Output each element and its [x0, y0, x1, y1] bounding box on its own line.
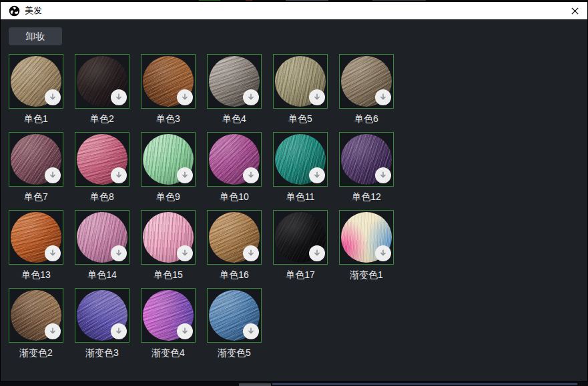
download-icon[interactable]: [45, 245, 61, 261]
download-icon[interactable]: [45, 323, 61, 339]
download-icon[interactable]: [309, 245, 325, 261]
hair-swatch-box[interactable]: [273, 210, 328, 265]
hair-swatch-cell[interactable]: 单色10: [207, 132, 262, 203]
hair-swatch-box[interactable]: [141, 210, 196, 265]
hair-swatch-cell[interactable]: 单色9: [141, 132, 196, 203]
hair-swatch-box[interactable]: [273, 132, 328, 187]
hair-swatch-label: 渐变色2: [9, 347, 63, 359]
hair-swatch-box[interactable]: [75, 210, 129, 265]
download-icon[interactable]: [243, 89, 259, 105]
hair-swatch-box[interactable]: [141, 288, 196, 343]
hair-swatch-box[interactable]: [339, 132, 394, 187]
download-icon[interactable]: [111, 245, 127, 261]
download-icon[interactable]: [243, 167, 259, 183]
hair-swatch-box[interactable]: [141, 132, 196, 187]
hair-swatch-cell[interactable]: 单色15: [141, 210, 196, 281]
download-icon[interactable]: [243, 245, 259, 261]
download-icon[interactable]: [45, 167, 61, 183]
hair-swatch-cell[interactable]: 单色8: [75, 132, 129, 203]
hair-swatch-cell[interactable]: 单色6: [339, 54, 394, 125]
hair-swatch-box[interactable]: [9, 54, 63, 109]
hair-swatch-label: 单色12: [339, 191, 394, 203]
hair-swatch-label: 单色9: [141, 191, 196, 203]
hair-swatch-label: 单色4: [207, 113, 262, 125]
hair-swatch-cell[interactable]: 单色3: [141, 54, 196, 125]
download-icon[interactable]: [111, 167, 127, 183]
hair-swatch-cell[interactable]: 渐变色4: [141, 288, 196, 359]
hair-swatch-box[interactable]: [339, 210, 394, 265]
hair-swatch-cell[interactable]: 单色17: [273, 210, 328, 281]
hair-swatch-label: 单色1: [9, 113, 63, 125]
download-icon[interactable]: [177, 323, 193, 339]
hair-swatch-label: 渐变色3: [75, 347, 129, 359]
background-app-bottom-edge: [0, 382, 588, 386]
download-icon[interactable]: [177, 89, 193, 105]
hair-swatch-label: 单色8: [75, 191, 129, 203]
obs-logo-icon: [9, 5, 20, 17]
hair-swatch-label: 渐变色1: [339, 269, 394, 281]
download-icon[interactable]: [177, 167, 193, 183]
background-app-thumb: [239, 383, 271, 386]
hair-swatch-cell[interactable]: 渐变色1: [339, 210, 394, 281]
hair-swatch-cell[interactable]: 渐变色5: [207, 288, 262, 359]
swatch-grid: 单色1 单色2 单色3: [9, 54, 579, 359]
hair-swatch-box[interactable]: [9, 210, 63, 265]
background-app-slider-line: [272, 383, 577, 385]
hair-swatch-cell[interactable]: 单色4: [207, 54, 262, 125]
hair-swatch-box[interactable]: [9, 132, 63, 187]
hair-swatch-label: 单色14: [75, 269, 129, 281]
hair-swatch-label: 单色15: [141, 269, 196, 281]
hair-swatch-cell[interactable]: 单色14: [75, 210, 129, 281]
hair-swatch-box[interactable]: [339, 54, 394, 109]
download-icon[interactable]: [243, 323, 259, 339]
hair-swatch-label: 单色5: [273, 113, 328, 125]
hair-swatch-box[interactable]: [207, 288, 262, 343]
download-icon[interactable]: [45, 89, 61, 105]
hair-swatch-label: 单色16: [207, 269, 262, 281]
hair-swatch-box[interactable]: [9, 288, 63, 343]
hair-swatch-label: 单色7: [9, 191, 63, 203]
download-icon[interactable]: [177, 245, 193, 261]
dialog-body: 卸妆 单色1 单色2: [1, 19, 587, 381]
hair-swatch-label: 单色13: [9, 269, 63, 281]
hair-swatch-box[interactable]: [75, 132, 129, 187]
dialog-title: 美发: [25, 5, 42, 17]
download-icon[interactable]: [375, 167, 391, 183]
hair-swatch-cell[interactable]: 渐变色2: [9, 288, 63, 359]
hair-swatch-cell[interactable]: 单色11: [273, 132, 328, 203]
hair-swatch-label: 单色3: [141, 113, 196, 125]
hair-swatch-box[interactable]: [207, 210, 262, 265]
download-icon[interactable]: [309, 167, 325, 183]
download-icon[interactable]: [111, 89, 127, 105]
download-icon[interactable]: [375, 245, 391, 261]
hair-dialog-window: 美发 卸妆 单色1 单色2: [0, 1, 588, 382]
hair-swatch-cell[interactable]: 单色7: [9, 132, 63, 203]
hair-swatch-box[interactable]: [207, 132, 262, 187]
download-icon[interactable]: [375, 89, 391, 105]
hair-swatch-cell[interactable]: 渐变色3: [75, 288, 129, 359]
hair-swatch-cell[interactable]: 单色16: [207, 210, 262, 281]
hair-swatch-label: 单色11: [273, 191, 328, 203]
hair-swatch-label: 渐变色5: [207, 347, 262, 359]
hair-swatch-label: 渐变色4: [141, 347, 196, 359]
close-button[interactable]: [570, 6, 579, 15]
hair-swatch-cell[interactable]: 单色12: [339, 132, 394, 203]
download-icon[interactable]: [309, 89, 325, 105]
hair-swatch-label: 单色6: [339, 113, 394, 125]
hair-swatch-cell[interactable]: 单色2: [75, 54, 129, 125]
remove-makeup-button[interactable]: 卸妆: [9, 27, 62, 45]
hair-swatch-box[interactable]: [273, 54, 328, 109]
hair-swatch-label: 单色17: [273, 269, 328, 281]
hair-swatch-label: 单色2: [75, 113, 129, 125]
hair-swatch-label: 单色10: [207, 191, 262, 203]
hair-swatch-cell[interactable]: 单色13: [9, 210, 63, 281]
hair-swatch-cell[interactable]: 单色1: [9, 54, 63, 125]
title-bar[interactable]: 美发: [1, 2, 587, 19]
hair-swatch-box[interactable]: [75, 54, 129, 109]
hair-swatch-box[interactable]: [207, 54, 262, 109]
hair-swatch-cell[interactable]: 单色5: [273, 54, 328, 125]
download-icon[interactable]: [111, 323, 127, 339]
hair-swatch-box[interactable]: [141, 54, 196, 109]
hair-swatch-box[interactable]: [75, 288, 129, 343]
